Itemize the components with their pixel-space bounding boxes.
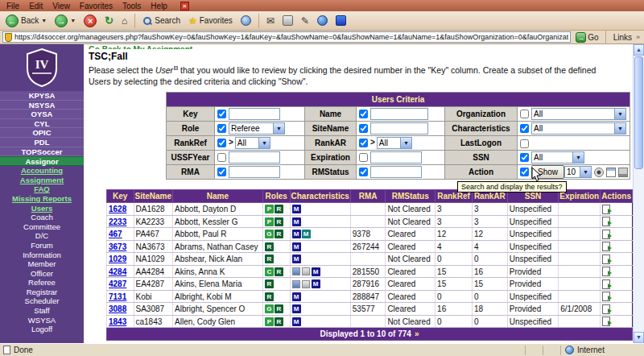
role-select[interactable]: Referee▼ xyxy=(229,122,285,135)
key-input[interactable] xyxy=(229,108,280,120)
sidebar-item-scheduler[interactable]: Scheduler xyxy=(0,296,84,306)
sidebar-item-accounting[interactable]: Accounting xyxy=(0,166,84,176)
excel-export-icon[interactable] xyxy=(606,168,616,177)
rma-checkbox[interactable] xyxy=(217,168,226,176)
column-header-rma[interactable]: RMA xyxy=(350,190,386,203)
close-icon[interactable]: × xyxy=(180,2,189,10)
bluetooth-button[interactable] xyxy=(333,14,349,27)
column-header-actions[interactable]: Actions xyxy=(601,190,633,203)
sidebar-item-pdl[interactable]: PDL xyxy=(0,138,84,147)
go-button[interactable]: → Go xyxy=(573,32,601,43)
user-key-link[interactable]: 1843 xyxy=(109,317,126,326)
search-button[interactable]: Search xyxy=(140,15,183,27)
open-user-icon[interactable] xyxy=(602,255,610,264)
rankref-checkbox[interactable] xyxy=(217,139,226,147)
lastlogon-checkbox[interactable] xyxy=(520,139,529,148)
print-icon[interactable] xyxy=(618,168,628,177)
user-key-link[interactable]: 4284 xyxy=(109,267,126,276)
rmstatus-checkbox[interactable] xyxy=(359,168,368,176)
back-button[interactable]: ← Back ▼ xyxy=(3,14,49,28)
open-user-icon[interactable] xyxy=(602,292,610,301)
user-key-link[interactable]: 1628 xyxy=(109,205,126,213)
open-user-icon[interactable] xyxy=(602,279,610,289)
sidebar-item-topsoccer[interactable]: TOPSoccer xyxy=(0,147,84,157)
results-icon[interactable] xyxy=(594,168,604,177)
organization-select[interactable]: All▼ xyxy=(531,108,626,120)
rma-input[interactable] xyxy=(229,166,280,178)
sidebar-item-committee[interactable]: Committee xyxy=(0,222,84,232)
favorites-button[interactable]: ★ Favorites xyxy=(186,14,235,27)
organization-checkbox[interactable] xyxy=(520,110,529,118)
open-user-icon[interactable] xyxy=(602,304,610,314)
user-key-link[interactable]: 3673 xyxy=(109,242,126,251)
menu-favorites[interactable]: Favorites xyxy=(75,2,118,10)
menu-file[interactable]: File xyxy=(2,2,24,10)
column-header-rmstatus[interactable]: RMStatus xyxy=(386,190,436,203)
scroll-up-icon[interactable]: ▲ xyxy=(634,44,644,56)
sidebar-item-assignment[interactable]: Assignment xyxy=(0,176,84,185)
menu-edit[interactable]: Edit xyxy=(24,2,47,10)
open-user-icon[interactable] xyxy=(602,205,610,214)
forward-button[interactable]: → ▼ xyxy=(52,14,78,28)
rankar-select[interactable]: All▼ xyxy=(377,137,412,149)
rankref-select[interactable]: All▼ xyxy=(235,137,270,149)
sidebar-item-registrar[interactable]: Registrar xyxy=(0,288,84,297)
expiration-input[interactable] xyxy=(370,151,422,164)
open-user-icon[interactable] xyxy=(602,242,610,251)
column-header-key[interactable]: Key xyxy=(107,190,134,203)
page-size-select[interactable]: 10▼ xyxy=(564,166,592,178)
sidebar-item-cyl[interactable]: CYL xyxy=(0,119,84,129)
sidebar-item-referee[interactable]: Referee xyxy=(0,278,84,288)
role-checkbox[interactable] xyxy=(217,124,226,133)
sidebar-item-officer[interactable]: Officer xyxy=(0,269,84,279)
column-header-name[interactable]: Name xyxy=(173,190,263,203)
sidebar-item-logoff[interactable]: Logoff xyxy=(0,325,84,334)
address-input[interactable]: https://d4soccer.org/manageusers.php?fau… xyxy=(2,31,571,43)
rmstatus-input[interactable] xyxy=(370,166,422,178)
sidebar-item-missing-reports[interactable]: Missing Reports xyxy=(0,194,84,204)
rankar-checkbox[interactable] xyxy=(359,139,368,147)
ssn-select[interactable]: All▼ xyxy=(531,151,584,164)
characteristics-select[interactable]: All▼ xyxy=(531,122,626,135)
home-button[interactable]: ⌂ xyxy=(119,14,130,27)
sitename-input[interactable] xyxy=(370,122,428,135)
key-checkbox[interactable] xyxy=(217,110,226,118)
sidebar-item-forum[interactable]: Forum xyxy=(0,241,84,250)
sidebar-item-member[interactable]: Member xyxy=(0,259,84,269)
print-button[interactable] xyxy=(280,14,295,27)
refresh-button[interactable]: ↻ xyxy=(102,14,116,27)
go-back-link[interactable]: Go Back to My Assignment xyxy=(89,45,192,49)
scrollbar-thumb[interactable] xyxy=(634,56,643,169)
column-header-roles[interactable]: Roles xyxy=(262,190,290,203)
ssn-checkbox[interactable] xyxy=(520,153,529,162)
ussfyear-input[interactable] xyxy=(229,151,280,164)
mail-button[interactable]: ✉ xyxy=(264,14,277,27)
menu-tools[interactable]: Tools xyxy=(118,2,146,10)
sidebar-item-staff[interactable]: Staff xyxy=(0,306,84,316)
scrollbar-track[interactable] xyxy=(634,170,644,332)
sidebar-item-users[interactable]: Users xyxy=(0,204,84,213)
expiration-checkbox[interactable] xyxy=(359,153,368,162)
name-checkbox[interactable] xyxy=(359,110,368,118)
user-key-link[interactable]: 2233 xyxy=(109,217,126,226)
user-key-link[interactable]: 7131 xyxy=(109,292,126,301)
chevron-right-icon[interactable]: » xyxy=(636,33,640,41)
user-key-link[interactable]: 467 xyxy=(109,230,122,238)
user-key-link[interactable]: 4287 xyxy=(109,279,126,288)
open-user-icon[interactable] xyxy=(602,230,610,239)
history-button[interactable] xyxy=(238,14,254,27)
scroll-down-icon[interactable]: ▼ xyxy=(634,332,644,343)
next-pages-icon[interactable]: » xyxy=(415,329,419,338)
sidebar-item-nsysa[interactable]: NSYSA xyxy=(0,101,84,110)
user-key-link[interactable]: 1029 xyxy=(109,255,126,263)
name-input[interactable] xyxy=(370,108,428,120)
menu-help[interactable]: Help xyxy=(146,2,172,10)
sidebar-item-assignor[interactable]: Assignor xyxy=(0,156,84,166)
stop-button[interactable]: × xyxy=(81,14,99,28)
sidebar-item-kpysa[interactable]: KPYSA xyxy=(0,91,84,101)
column-header-characteristics[interactable]: Characteristics xyxy=(290,190,350,203)
open-user-icon[interactable] xyxy=(602,317,610,326)
ussfyear-checkbox[interactable] xyxy=(217,153,226,162)
links-label[interactable]: Links xyxy=(613,33,632,42)
messenger-button[interactable] xyxy=(315,14,330,27)
